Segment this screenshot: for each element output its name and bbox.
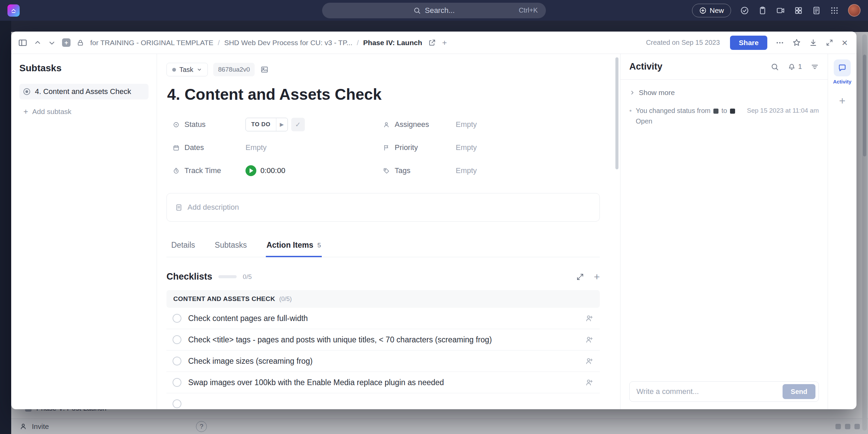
lock-icon — [77, 39, 84, 46]
assign-user-icon[interactable] — [585, 314, 594, 323]
breadcrumb-root[interactable]: for TRAINING - ORIGINAL TEMPLATE — [90, 39, 213, 47]
show-more-button[interactable]: Show more — [629, 89, 819, 97]
task-modal: + for TRAINING - ORIGINAL TEMPLATE SHD W… — [11, 32, 856, 409]
subtask-status-icon — [23, 88, 30, 95]
bullet-icon: • — [629, 106, 632, 127]
start-timer-button[interactable] — [245, 165, 256, 176]
tab-action-items[interactable]: Action Items 5 — [266, 239, 322, 257]
dates-value[interactable]: Empty — [245, 143, 267, 152]
right-rail-tab-label: Activity — [833, 79, 851, 84]
filter-icon[interactable] — [811, 63, 819, 71]
complete-task-button[interactable]: ✓ — [291, 118, 305, 131]
download-icon[interactable] — [809, 38, 817, 47]
subtasks-title: Subtasks — [19, 63, 149, 74]
description-input[interactable]: Add description — [166, 193, 600, 222]
video-icon[interactable] — [776, 6, 785, 15]
move-task-icon[interactable] — [428, 39, 436, 46]
checkbox-circle[interactable] — [173, 357, 181, 365]
checklist-item: Check <title> tags - pages and posts wit… — [166, 329, 600, 351]
clickup-logo-icon[interactable] — [7, 4, 20, 17]
breadcrumb-list[interactable]: SHD Web Dev Process for CU: v3 - TP... — [224, 39, 352, 47]
task-type-select[interactable]: Task — [166, 63, 208, 76]
next-task-icon[interactable] — [48, 39, 56, 47]
breadcrumb-separator — [218, 39, 220, 47]
image-icon[interactable] — [260, 65, 269, 74]
checklists-header: Checklists 0/5 + — [166, 271, 600, 282]
priority-value[interactable]: Empty — [456, 143, 477, 152]
status-button[interactable]: TO DO ▶ — [245, 118, 288, 131]
avatar[interactable] — [848, 4, 861, 17]
breadcrumb-current[interactable]: Phase IV: Launch — [363, 39, 422, 47]
status-to-swatch — [730, 109, 735, 114]
tags-field: Tags Empty — [383, 164, 559, 177]
search-input[interactable]: Search... Ctrl+K — [322, 3, 546, 18]
share-button[interactable]: Share — [730, 36, 767, 50]
activity-search-icon[interactable] — [771, 63, 779, 71]
add-app-icon[interactable]: + — [839, 95, 846, 106]
assign-user-icon[interactable] — [585, 357, 594, 365]
notifications-bell[interactable]: 1 — [788, 63, 802, 71]
send-button[interactable]: Send — [783, 384, 815, 399]
priority-field: Priority Empty — [383, 141, 559, 154]
modal-header: + for TRAINING - ORIGINAL TEMPLATE SHD W… — [11, 32, 856, 54]
prev-task-icon[interactable] — [34, 39, 42, 47]
document-icon — [175, 204, 183, 211]
tab-count-badge: 5 — [317, 242, 321, 249]
checklist-item-label[interactable]: Check <title> tags - pages and posts wit… — [188, 335, 492, 344]
checklist-item-label[interactable]: Swap images over 100kb with the Enable M… — [188, 378, 444, 387]
expand-checklists-icon[interactable] — [576, 273, 584, 281]
search-shortcut: Ctrl+K — [519, 6, 538, 14]
checklist-item-label[interactable]: Check content pages are full-width — [188, 314, 308, 323]
tab-subtasks[interactable]: Subtasks — [214, 239, 248, 257]
more-options-icon[interactable] — [775, 38, 784, 47]
subtask-list-item[interactable]: 4. Content and Assets Check — [19, 84, 149, 99]
favorite-star-icon[interactable] — [792, 38, 801, 47]
launcher-dots-icon[interactable] — [830, 6, 839, 15]
dates-field: Dates Empty — [173, 141, 383, 154]
checklist-group-progress: (0/5) — [279, 296, 292, 303]
checkbox-circle[interactable] — [173, 314, 181, 323]
assign-user-icon[interactable] — [585, 378, 594, 387]
comment-placeholder: Write a comment... — [636, 387, 783, 396]
doc-icon[interactable] — [812, 6, 821, 15]
status-field: Status TO DO ▶ ✓ — [173, 118, 383, 131]
assignees-value[interactable]: Empty — [456, 120, 477, 129]
checkbox-circle[interactable] — [173, 399, 181, 408]
close-icon[interactable]: × — [842, 38, 848, 48]
checklist-item-partial — [166, 393, 600, 409]
tab-details[interactable]: Details — [171, 239, 196, 257]
checkbox-circle[interactable] — [173, 378, 181, 387]
checklist-item-label[interactable]: Check image sizes (screaming frog) — [188, 357, 313, 366]
clipboard-icon[interactable] — [758, 6, 767, 15]
checklists-heading: Checklists — [166, 271, 212, 282]
tasks-check-icon[interactable] — [740, 6, 749, 15]
right-rail-tab-activity[interactable]: Activity — [833, 59, 851, 84]
checkbox-circle[interactable] — [173, 335, 181, 344]
description-placeholder: Add description — [188, 203, 239, 212]
topbar: Search... Ctrl+K New — [0, 0, 868, 21]
assign-user-icon[interactable] — [585, 335, 594, 344]
bell-count: 1 — [798, 63, 802, 71]
new-button[interactable]: New — [692, 4, 731, 17]
checklist-group-header[interactable]: CONTENT AND ASSETS CHECK (0/5) — [166, 290, 600, 308]
search-icon — [413, 7, 421, 14]
sidebar-toggle-icon[interactable] — [18, 38, 27, 48]
apps-grid-icon[interactable] — [794, 6, 803, 15]
checklist-card: CONTENT AND ASSETS CHECK (0/5) Check con… — [166, 290, 600, 409]
tags-value[interactable]: Empty — [456, 166, 477, 175]
comment-input[interactable]: Write a comment... Send — [629, 381, 819, 402]
task-tabs: Details Subtasks Action Items 5 — [166, 239, 600, 257]
main-scrollbar[interactable] — [615, 57, 618, 169]
add-location-icon[interactable]: + — [442, 39, 447, 47]
add-subtask-button[interactable]: + Add subtask — [19, 108, 149, 116]
add-checklist-icon[interactable]: + — [594, 272, 600, 282]
status-icon — [173, 121, 180, 128]
task-id[interactable]: 8678ua2v0 — [213, 63, 255, 76]
modal-body: Subtasks 4. Content and Assets Check + A… — [11, 54, 856, 409]
activity-panel: Activity 1 Show more • — [620, 54, 828, 409]
expand-icon[interactable] — [826, 39, 833, 46]
activity-header: Activity 1 — [620, 54, 828, 80]
add-tab-icon[interactable]: + — [62, 38, 71, 47]
task-title[interactable]: 4. Content and Assets Check — [167, 85, 600, 103]
chevron-down-icon — [197, 67, 202, 72]
